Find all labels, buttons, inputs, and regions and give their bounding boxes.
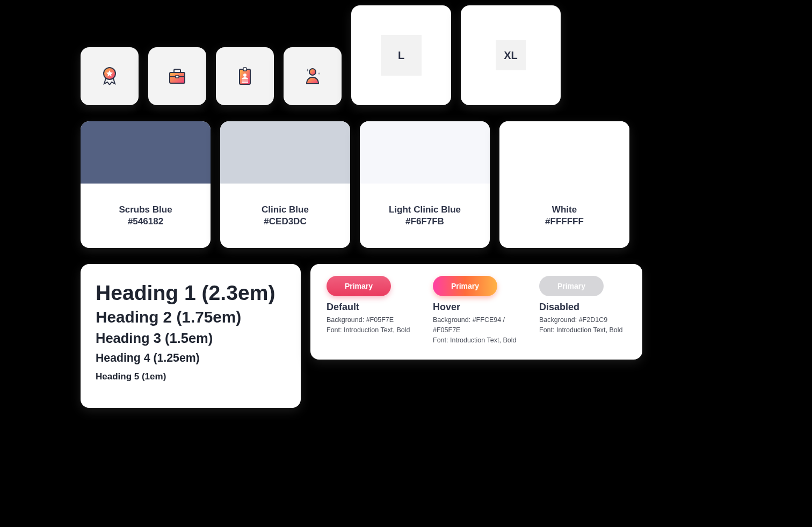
color-name: Clinic Blue — [262, 204, 309, 215]
primary-button-hover[interactable]: Primary — [433, 276, 497, 296]
button-default-col: Primary Default Background: #F05F7E Font… — [327, 276, 414, 348]
color-name: Scrubs Blue — [119, 204, 172, 215]
color-fill — [360, 121, 490, 184]
color-fill — [499, 121, 629, 184]
button-hover-col: Primary Hover Background: #FFCE94 / #F05… — [433, 276, 520, 348]
size-card-xl: XL — [461, 5, 561, 105]
button-state-label: Hover — [433, 302, 520, 313]
icon-card-id-badge — [216, 47, 274, 105]
heading-3-spec: Heading 3 (1.5em) — [96, 331, 286, 346]
button-disabled-col: Primary Disabled Background: #F2D1C9 Fon… — [539, 276, 626, 348]
heading-5-spec: Heading 5 (1em) — [96, 371, 286, 382]
primary-button-default[interactable]: Primary — [327, 276, 391, 296]
heading-2-spec: Heading 2 (1.75em) — [96, 308, 286, 326]
button-bg-spec: Background: #FFCE94 / #F05F7E — [433, 315, 520, 335]
primary-button-disabled: Primary — [539, 276, 604, 296]
user-icon: + + — [301, 64, 324, 88]
button-state-label: Default — [327, 302, 414, 313]
heading-1-spec: Heading 1 (2.3em) — [96, 281, 286, 305]
svg-rect-5 — [243, 68, 247, 71]
color-hex: #F6F7FB — [405, 216, 444, 227]
button-font-spec: Font: Introduction Text, Bold — [327, 325, 414, 335]
icon-card-user: + + — [284, 47, 342, 105]
color-swatch-white: White #FFFFFF — [499, 121, 629, 248]
color-fill — [220, 121, 350, 184]
button-bg-spec: Background: #F2D1C9 — [539, 315, 626, 325]
icon-card-briefcase — [148, 47, 206, 105]
color-swatch-scrubs-blue: Scrubs Blue #546182 — [81, 121, 211, 248]
size-card-l: L — [351, 5, 451, 105]
award-icon — [98, 64, 121, 88]
briefcase-icon — [165, 64, 189, 88]
color-fill — [81, 121, 211, 184]
color-hex: #546182 — [128, 216, 163, 227]
button-font-spec: Font: Introduction Text, Bold — [433, 335, 520, 346]
svg-rect-3 — [176, 76, 179, 78]
color-name: Light Clinic Blue — [389, 204, 461, 215]
color-swatch-light-clinic-blue: Light Clinic Blue #F6F7FB — [360, 121, 490, 248]
specs-row: Heading 1 (2.3em) Heading 2 (1.75em) Hea… — [81, 264, 642, 408]
button-state-label: Disabled — [539, 302, 626, 313]
icon-card-award — [81, 47, 139, 105]
svg-point-9 — [309, 69, 316, 75]
button-font-spec: Font: Introduction Text, Bold — [539, 325, 626, 335]
heading-4-spec: Heading 4 (1.25em) — [96, 352, 286, 365]
typography-card: Heading 1 (2.3em) Heading 2 (1.75em) Hea… — [81, 264, 301, 408]
size-label-l: L — [381, 35, 422, 76]
color-hex: #CED3DC — [264, 216, 306, 227]
icon-row: + + L XL — [81, 32, 642, 105]
svg-point-6 — [243, 74, 247, 77]
id-badge-icon — [233, 64, 257, 88]
color-name: White — [552, 204, 577, 215]
svg-text:+: + — [306, 68, 309, 73]
color-swatch-clinic-blue: Clinic Blue #CED3DC — [220, 121, 350, 248]
color-hex: #FFFFFF — [545, 216, 584, 227]
button-bg-spec: Background: #F05F7E — [327, 315, 414, 325]
size-label-xl: XL — [496, 40, 526, 70]
color-swatch-row: Scrubs Blue #546182 Clinic Blue #CED3DC … — [81, 121, 642, 248]
svg-text:+: + — [318, 72, 320, 76]
button-states-card: Primary Default Background: #F05F7E Font… — [310, 264, 642, 360]
